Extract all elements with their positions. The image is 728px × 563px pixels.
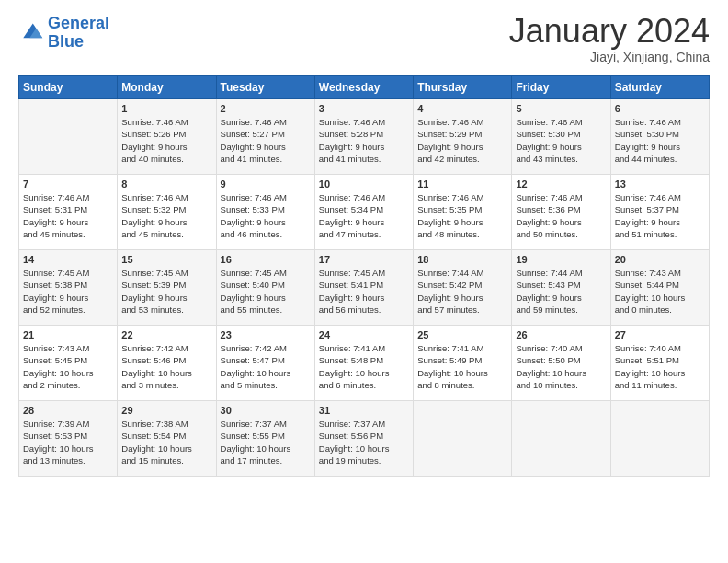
cell-w2-d1: 8Sunrise: 7:46 AM Sunset: 5:32 PM Daylig…: [118, 175, 216, 250]
cell-w2-d3: 10Sunrise: 7:46 AM Sunset: 5:34 PM Dayli…: [314, 175, 413, 250]
week-row-1: 1Sunrise: 7:46 AM Sunset: 5:26 PM Daylig…: [19, 99, 710, 175]
cell-w4-d5: 26Sunrise: 7:40 AM Sunset: 5:50 PM Dayli…: [512, 326, 610, 401]
day-number: 15: [121, 254, 211, 265]
col-saturday: Saturday: [610, 76, 709, 99]
day-number: 7: [23, 178, 113, 190]
col-tuesday: Tuesday: [216, 76, 314, 99]
cell-w5-d3: 31Sunrise: 7:37 AM Sunset: 5:56 PM Dayli…: [314, 401, 413, 477]
day-number: 28: [23, 405, 113, 416]
cell-w3-d5: 19Sunrise: 7:44 AM Sunset: 5:43 PM Dayli…: [512, 250, 610, 326]
title-section: January 2024 Jiayi, Xinjiang, China: [509, 15, 710, 64]
day-number: 31: [319, 405, 409, 416]
day-info: Sunrise: 7:45 AM Sunset: 5:38 PM Dayligh…: [23, 267, 113, 316]
day-info: Sunrise: 7:45 AM Sunset: 5:41 PM Dayligh…: [319, 267, 409, 316]
day-info: Sunrise: 7:41 AM Sunset: 5:49 PM Dayligh…: [417, 342, 507, 391]
cell-w2-d2: 9Sunrise: 7:46 AM Sunset: 5:33 PM Daylig…: [216, 175, 314, 250]
cell-w2-d6: 13Sunrise: 7:46 AM Sunset: 5:37 PM Dayli…: [610, 175, 709, 250]
day-number: 30: [221, 405, 311, 416]
day-number: 14: [23, 254, 113, 265]
day-info: Sunrise: 7:46 AM Sunset: 5:35 PM Dayligh…: [417, 191, 507, 240]
day-number: 8: [121, 178, 211, 190]
cell-w5-d6: [610, 401, 709, 477]
cell-w3-d4: 18Sunrise: 7:44 AM Sunset: 5:42 PM Dayli…: [414, 250, 512, 326]
cell-w4-d3: 24Sunrise: 7:41 AM Sunset: 5:48 PM Dayli…: [314, 326, 413, 401]
day-number: 5: [516, 103, 606, 114]
cell-w2-d4: 11Sunrise: 7:46 AM Sunset: 5:35 PM Dayli…: [414, 175, 512, 250]
day-number: 12: [516, 178, 606, 190]
day-info: Sunrise: 7:46 AM Sunset: 5:36 PM Dayligh…: [516, 191, 606, 240]
calendar-table: Sunday Monday Tuesday Wednesday Thursday…: [18, 75, 710, 477]
day-info: Sunrise: 7:46 AM Sunset: 5:34 PM Dayligh…: [319, 191, 409, 240]
day-info: Sunrise: 7:46 AM Sunset: 5:30 PM Dayligh…: [615, 116, 705, 165]
day-number: 2: [221, 103, 311, 114]
month-title: January 2024: [509, 15, 710, 48]
col-thursday: Thursday: [414, 76, 512, 99]
day-number: 11: [417, 178, 507, 190]
header: General Blue January 2024 Jiayi, Xinjian…: [18, 15, 710, 64]
day-info: Sunrise: 7:46 AM Sunset: 5:32 PM Dayligh…: [121, 191, 211, 240]
page-container: General Blue January 2024 Jiayi, Xinjian…: [0, 0, 728, 486]
day-info: Sunrise: 7:42 AM Sunset: 5:47 PM Dayligh…: [221, 342, 311, 391]
logo-text: General Blue: [48, 15, 109, 52]
day-number: 29: [121, 405, 211, 416]
logo-icon: [18, 20, 44, 46]
day-number: 13: [615, 178, 705, 190]
col-friday: Friday: [512, 76, 610, 99]
day-number: 17: [319, 254, 409, 265]
day-info: Sunrise: 7:44 AM Sunset: 5:42 PM Dayligh…: [417, 267, 507, 316]
cell-w5-d1: 29Sunrise: 7:38 AM Sunset: 5:54 PM Dayli…: [118, 401, 216, 477]
col-monday: Monday: [118, 76, 216, 99]
day-info: Sunrise: 7:40 AM Sunset: 5:50 PM Dayligh…: [516, 342, 606, 391]
day-number: 9: [221, 178, 311, 190]
cell-w3-d6: 20Sunrise: 7:43 AM Sunset: 5:44 PM Dayli…: [610, 250, 709, 326]
day-info: Sunrise: 7:46 AM Sunset: 5:29 PM Dayligh…: [417, 116, 507, 165]
cell-w4-d4: 25Sunrise: 7:41 AM Sunset: 5:49 PM Dayli…: [414, 326, 512, 401]
day-number: 3: [319, 103, 409, 114]
cell-w1-d2: 2Sunrise: 7:46 AM Sunset: 5:27 PM Daylig…: [216, 99, 314, 175]
cell-w3-d2: 16Sunrise: 7:45 AM Sunset: 5:40 PM Dayli…: [216, 250, 314, 326]
day-number: 4: [417, 103, 507, 114]
day-number: 1: [121, 103, 211, 114]
day-info: Sunrise: 7:46 AM Sunset: 5:27 PM Dayligh…: [221, 116, 311, 165]
day-info: Sunrise: 7:41 AM Sunset: 5:48 PM Dayligh…: [319, 342, 409, 391]
day-info: Sunrise: 7:37 AM Sunset: 5:55 PM Dayligh…: [221, 418, 311, 466]
day-info: Sunrise: 7:37 AM Sunset: 5:56 PM Dayligh…: [319, 418, 409, 466]
cell-w3-d1: 15Sunrise: 7:45 AM Sunset: 5:39 PM Dayli…: [118, 250, 216, 326]
day-info: Sunrise: 7:45 AM Sunset: 5:40 PM Dayligh…: [221, 267, 311, 316]
day-number: 19: [516, 254, 606, 265]
day-info: Sunrise: 7:39 AM Sunset: 5:53 PM Dayligh…: [23, 418, 113, 466]
day-info: Sunrise: 7:40 AM Sunset: 5:51 PM Dayligh…: [615, 342, 705, 391]
day-number: 25: [417, 329, 507, 340]
day-info: Sunrise: 7:43 AM Sunset: 5:45 PM Dayligh…: [23, 342, 113, 391]
cell-w1-d3: 3Sunrise: 7:46 AM Sunset: 5:28 PM Daylig…: [314, 99, 413, 175]
cell-w4-d1: 22Sunrise: 7:42 AM Sunset: 5:46 PM Dayli…: [118, 326, 216, 401]
header-row: Sunday Monday Tuesday Wednesday Thursday…: [19, 76, 710, 99]
cell-w4-d2: 23Sunrise: 7:42 AM Sunset: 5:47 PM Dayli…: [216, 326, 314, 401]
day-info: Sunrise: 7:38 AM Sunset: 5:54 PM Dayligh…: [121, 418, 211, 466]
day-number: 27: [615, 329, 705, 340]
day-info: Sunrise: 7:44 AM Sunset: 5:43 PM Dayligh…: [516, 267, 606, 316]
day-number: 23: [221, 329, 311, 340]
cell-w2-d0: 7Sunrise: 7:46 AM Sunset: 5:31 PM Daylig…: [19, 175, 118, 250]
cell-w3-d0: 14Sunrise: 7:45 AM Sunset: 5:38 PM Dayli…: [19, 250, 118, 326]
cell-w1-d1: 1Sunrise: 7:46 AM Sunset: 5:26 PM Daylig…: [118, 99, 216, 175]
day-info: Sunrise: 7:46 AM Sunset: 5:28 PM Dayligh…: [319, 116, 409, 165]
day-info: Sunrise: 7:43 AM Sunset: 5:44 PM Dayligh…: [615, 267, 705, 316]
day-info: Sunrise: 7:46 AM Sunset: 5:31 PM Dayligh…: [23, 191, 113, 240]
cell-w1-d5: 5Sunrise: 7:46 AM Sunset: 5:30 PM Daylig…: [512, 99, 610, 175]
week-row-3: 14Sunrise: 7:45 AM Sunset: 5:38 PM Dayli…: [19, 250, 710, 326]
logo-blue: Blue: [48, 32, 84, 51]
col-sunday: Sunday: [19, 76, 118, 99]
cell-w1-d6: 6Sunrise: 7:46 AM Sunset: 5:30 PM Daylig…: [610, 99, 709, 175]
cell-w5-d5: [512, 401, 610, 477]
day-number: 18: [417, 254, 507, 265]
day-info: Sunrise: 7:46 AM Sunset: 5:33 PM Dayligh…: [221, 191, 311, 240]
cell-w4-d0: 21Sunrise: 7:43 AM Sunset: 5:45 PM Dayli…: [19, 326, 118, 401]
day-number: 6: [615, 103, 705, 114]
cell-w5-d0: 28Sunrise: 7:39 AM Sunset: 5:53 PM Dayli…: [19, 401, 118, 477]
day-number: 10: [319, 178, 409, 190]
week-row-4: 21Sunrise: 7:43 AM Sunset: 5:45 PM Dayli…: [19, 326, 710, 401]
logo: General Blue: [18, 15, 109, 52]
cell-w5-d4: [414, 401, 512, 477]
logo-general: General: [48, 14, 109, 32]
